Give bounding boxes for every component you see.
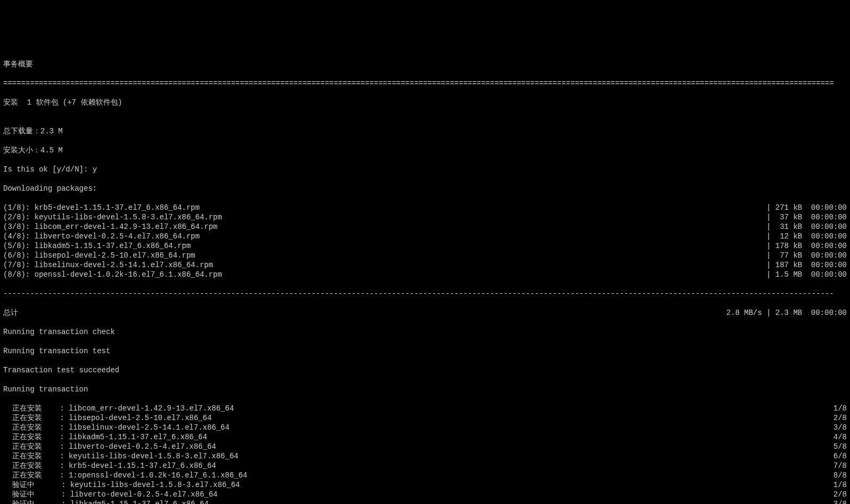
- total-download: 总下载量：2.3 M: [3, 126, 847, 136]
- trans-check: Running transaction check: [3, 327, 847, 337]
- download-stats: | 271 kB 00:00:00: [767, 203, 847, 212]
- downloading-label: Downloading packages:: [3, 184, 847, 193]
- download-row: (1/8): krb5-devel-1.15.1-37.el7_6.x86_64…: [3, 203, 847, 212]
- transaction-step: 正在安装 : 1:openssl-devel-1.0.2k-16.el7_6.1…: [3, 471, 847, 480]
- step-progress: 7/8: [834, 461, 847, 471]
- transaction-step: 验证中 : libkadm5-1.15.1-37.el7_6.x86_643/8: [3, 499, 847, 504]
- download-file: (3/8): libcom_err-devel-1.42.9-13.el7.x8…: [3, 222, 217, 232]
- step-label: 正在安装 : keyutils-libs-devel-1.5.8-3.el7.x…: [3, 451, 238, 461]
- download-stats: | 1.5 MB 00:00:00: [767, 270, 847, 279]
- step-label: 验证中 : libkadm5-1.15.1-37.el7_6.x86_64: [3, 499, 208, 504]
- download-stats: | 31 kB 00:00:00: [767, 222, 847, 232]
- transaction-step: 验证中 : keyutils-libs-devel-1.5.8-3.el7.x8…: [3, 480, 847, 490]
- terminal-output: 事务概要 ===================================…: [0, 48, 850, 504]
- separator-double: ========================================…: [3, 79, 847, 88]
- confirm-prompt[interactable]: Is this ok [y/d/N]: y: [3, 165, 847, 174]
- transaction-step: 正在安装 : libselinux-devel-2.5-14.1.el7.x86…: [3, 423, 847, 432]
- step-label: 验证中 : keyutils-libs-devel-1.5.8-3.el7.x8…: [3, 480, 240, 490]
- step-label: 正在安装 : libselinux-devel-2.5-14.1.el7.x86…: [3, 423, 230, 432]
- install-size: 安装大小：4.5 M: [3, 146, 847, 155]
- step-label: 正在安装 : libverto-devel-0.2.5-4.el7.x86_64: [3, 442, 216, 451]
- step-label: 正在安装 : krb5-devel-1.15.1-37.el7_6.x86_64: [3, 461, 216, 471]
- download-file: (5/8): libkadm5-1.15.1-37.el7_6.x86_64.r…: [3, 241, 191, 251]
- step-label: 正在安装 : libkadm5-1.15.1-37.el7_6.x86_64: [3, 432, 207, 442]
- step-progress: 5/8: [834, 442, 847, 451]
- download-file: (6/8): libsepol-devel-2.5-10.el7.x86_64.…: [3, 251, 195, 260]
- trans-run: Running transaction: [3, 385, 847, 394]
- download-file: (8/8): openssl-devel-1.0.2k-16.el7_6.1.x…: [3, 270, 222, 279]
- download-file: (4/8): libverto-devel-0.2.5-4.el7.x86_64…: [3, 232, 200, 241]
- download-row: (5/8): libkadm5-1.15.1-37.el7_6.x86_64.r…: [3, 241, 847, 251]
- download-file: (7/8): libselinux-devel-2.5-14.1.el7.x86…: [3, 260, 213, 270]
- step-progress: 4/8: [834, 432, 847, 442]
- download-stats: | 12 kB 00:00:00: [767, 232, 847, 241]
- total-value: 2.8 MB/s | 2.3 MB 00:00:00: [726, 308, 847, 318]
- step-label: 正在安装 : libcom_err-devel-1.42.9-13.el7.x8…: [3, 404, 234, 413]
- transaction-step: 正在安装 : libsepol-devel-2.5-10.el7.x86_642…: [3, 413, 847, 423]
- total-label: 总计: [3, 308, 18, 318]
- separator-dash: ----------------------------------------…: [3, 289, 847, 298]
- download-row: (7/8): libselinux-devel-2.5-14.1.el7.x86…: [3, 260, 847, 270]
- download-stats: | 77 kB 00:00:00: [767, 251, 847, 260]
- download-row: (4/8): libverto-devel-0.2.5-4.el7.x86_64…: [3, 232, 847, 241]
- step-progress: 2/8: [834, 413, 847, 423]
- transaction-step: 正在安装 : krb5-devel-1.15.1-37.el7_6.x86_64…: [3, 461, 847, 471]
- total-row: 总计2.8 MB/s | 2.3 MB 00:00:00: [3, 308, 847, 318]
- trans-test: Running transaction test: [3, 346, 847, 356]
- download-row: (2/8): keyutils-libs-devel-1.5.8-3.el7.x…: [3, 212, 847, 222]
- transaction-step: 正在安装 : keyutils-libs-devel-1.5.8-3.el7.x…: [3, 451, 847, 461]
- step-progress: 3/8: [834, 499, 847, 504]
- step-progress: 2/8: [834, 490, 847, 499]
- download-file: (1/8): krb5-devel-1.15.1-37.el7_6.x86_64…: [3, 203, 200, 212]
- step-label: 正在安装 : libsepol-devel-2.5-10.el7.x86_64: [3, 413, 212, 423]
- download-file: (2/8): keyutils-libs-devel-1.5.8-3.el7.x…: [3, 212, 222, 222]
- download-row: (6/8): libsepol-devel-2.5-10.el7.x86_64.…: [3, 251, 847, 260]
- transaction-step: 正在安装 : libkadm5-1.15.1-37.el7_6.x86_644/…: [3, 432, 847, 442]
- transaction-step: 正在安装 : libverto-devel-0.2.5-4.el7.x86_64…: [3, 442, 847, 451]
- trans-succ: Transaction test succeeded: [3, 365, 847, 375]
- step-label: 验证中 : libverto-devel-0.2.5-4.el7.x86_64: [3, 490, 217, 499]
- transaction-step: 正在安装 : libcom_err-devel-1.42.9-13.el7.x8…: [3, 404, 847, 413]
- download-row: (3/8): libcom_err-devel-1.42.9-13.el7.x8…: [3, 222, 847, 232]
- download-stats: | 178 kB 00:00:00: [767, 241, 847, 251]
- step-progress: 1/8: [834, 404, 847, 413]
- step-progress: 1/8: [834, 480, 847, 490]
- download-row: (8/8): openssl-devel-1.0.2k-16.el7_6.1.x…: [3, 270, 847, 279]
- step-progress: 3/8: [834, 423, 847, 432]
- section-title: 事务概要: [3, 59, 847, 69]
- step-label: 正在安装 : 1:openssl-devel-1.0.2k-16.el7_6.1…: [3, 471, 247, 480]
- download-stats: | 187 kB 00:00:00: [767, 260, 847, 270]
- download-stats: | 37 kB 00:00:00: [767, 212, 847, 222]
- transaction-step: 验证中 : libverto-devel-0.2.5-4.el7.x86_642…: [3, 490, 847, 499]
- install-summary: 安装 1 软件包 (+7 依赖软件包): [3, 98, 847, 107]
- step-progress: 6/8: [834, 451, 847, 461]
- step-progress: 8/8: [834, 471, 847, 480]
